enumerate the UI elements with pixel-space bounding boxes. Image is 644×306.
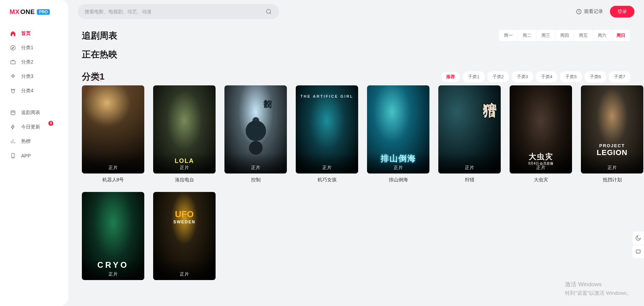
movie-card[interactable]: 大虫灾9月4日 会员首播正片大虫灾 (510, 85, 572, 183)
category-tabs: 推荐子类1子类2子类3子类4子类5子类6子类7 (441, 71, 630, 82)
movie-poster[interactable]: THE ARTIFICE GIRL正片 (296, 85, 358, 173)
movie-poster[interactable]: 狩猎正片 (438, 85, 501, 173)
movie-title: 狩猎 (438, 177, 501, 183)
sidebar: MXONE PRO 首页 分类1 分类2 分类3 分类4 追剧周表 今日更新 热… (0, 0, 68, 306)
poster-overlay-text: THE ARTIFICE GIRL (301, 94, 354, 98)
nav-app[interactable]: APP (5, 149, 63, 163)
nav-label: 首页 (21, 30, 31, 37)
week-tab[interactable]: 周日 (611, 30, 630, 41)
search-icon[interactable] (265, 8, 272, 15)
movie-poster[interactable]: 大虫灾9月4日 会员首播正片 (510, 85, 572, 173)
nav-today-update[interactable]: 今日更新 (5, 120, 63, 134)
week-tab[interactable]: 周六 (592, 30, 611, 41)
poster-tag: 正片 (108, 165, 118, 171)
movie-card[interactable]: THE ARTIFICE GIRL正片机巧女孩 (296, 85, 358, 183)
nav-label: 分类1 (21, 45, 33, 51)
header: 观看记录 登录 (68, 0, 644, 23)
movie-title: 抵挡计划 (581, 177, 643, 183)
section-title-cat1: 分类11 分类1 (82, 71, 104, 83)
dark-mode-button[interactable] (632, 232, 644, 245)
section-title-hot: 正在热映 (82, 48, 117, 60)
search-box[interactable] (78, 4, 279, 19)
poster-overlay-text: PROJECTLEGION (597, 143, 627, 157)
movie-poster[interactable]: PROJECTLEGION正片 (581, 85, 643, 173)
category-tab[interactable]: 推荐 (441, 71, 460, 82)
week-tab[interactable]: 周四 (555, 30, 574, 41)
poster-overlay-text: 排山倒海 (381, 153, 416, 164)
nav-schedule[interactable]: 追剧周表 (5, 106, 63, 120)
movie-title: 机器人8号 (82, 177, 144, 183)
nav-label: 追剧周表 (21, 110, 40, 116)
svg-point-7 (13, 157, 13, 157)
movie-card[interactable]: PROJECTLEGION正片抵挡计划 (581, 85, 643, 183)
category-tab[interactable]: 子类2 (487, 71, 509, 82)
category-tab[interactable]: 子类7 (609, 71, 630, 82)
movie-poster[interactable]: 正片 (82, 85, 144, 173)
nav-label: 热榜 (21, 138, 31, 144)
movie-title: 大虫灾 (510, 177, 572, 183)
poster-overlay-text: UFOSWEDEN (173, 209, 195, 224)
movie-poster[interactable]: 控制正片 (224, 85, 287, 173)
nav-cat4[interactable]: 分类4 (5, 84, 63, 98)
poster-tag: 正片 (180, 271, 189, 277)
movie-card[interactable]: CRYO正片 (82, 192, 144, 283)
login-button[interactable]: 登录 (610, 6, 634, 17)
search-input[interactable] (85, 9, 265, 14)
logo-part2: ONE (20, 8, 35, 15)
week-tab[interactable]: 周五 (574, 30, 592, 41)
poster-overlay-text: 大虫灾 (529, 152, 553, 162)
poster-tag: 正片 (108, 271, 118, 277)
sparkle-icon (10, 73, 16, 80)
poster-tag: 正片 (465, 165, 474, 171)
week-tab[interactable]: 周一 (499, 30, 517, 41)
nav-ranking[interactable]: 热榜 (5, 135, 63, 148)
nav-label: 分类4 (21, 88, 33, 94)
movie-title: 控制 (224, 177, 287, 183)
movie-poster[interactable]: 排山倒海正片 (367, 85, 429, 173)
nav-cat1[interactable]: 分类1 (5, 41, 63, 55)
watch-history[interactable]: 观看记录 (576, 9, 603, 15)
category-tab[interactable]: 子类6 (585, 71, 606, 82)
compass-icon (10, 44, 16, 51)
section-title-schedule: 追剧周表 (82, 30, 117, 42)
nav-label: APP (21, 153, 31, 158)
movie-card[interactable]: 排山倒海正片排山倒海 (367, 85, 429, 183)
category-tab[interactable]: 子类4 (536, 71, 557, 82)
nav-cat2[interactable]: 分类2 (5, 55, 63, 69)
movie-card[interactable]: 控制正片控制 (224, 85, 287, 183)
chart-icon (10, 138, 16, 145)
category-tab[interactable]: 子类1 (463, 71, 484, 82)
poster-tag: 正片 (536, 165, 546, 171)
svg-point-0 (11, 45, 15, 50)
poster-tag: 正片 (322, 165, 332, 171)
movie-card[interactable]: 正片机器人8号 (82, 85, 144, 183)
movie-poster[interactable]: UFOSWEDEN正片 (153, 192, 216, 280)
logo[interactable]: MXONE PRO (0, 8, 68, 24)
feedback-button[interactable] (632, 245, 644, 258)
poster-tag: 正片 (251, 165, 261, 171)
poster-tag: 正片 (180, 165, 189, 171)
svg-rect-1 (11, 61, 15, 64)
nav-home[interactable]: 首页 (5, 27, 63, 40)
title-text: 分类1 (82, 71, 104, 82)
history-label: 观看记录 (584, 9, 603, 15)
week-tab[interactable]: 周二 (517, 30, 536, 41)
bear-icon (10, 87, 16, 94)
movie-card[interactable]: UFOSWEDEN正片 (153, 192, 216, 283)
primary-nav: 首页 分类1 分类2 分类3 分类4 追剧周表 今日更新 热榜 APP (0, 24, 68, 166)
history-icon (576, 9, 582, 15)
week-tab[interactable]: 周三 (536, 30, 555, 41)
movie-title: 机巧女孩 (296, 177, 358, 183)
main-content: 追剧周表 周一周二周三周四周五周六周日 正在热映 分类11 分类1 推荐子类1子… (68, 23, 644, 306)
svg-rect-5 (11, 111, 15, 115)
nav-label: 分类3 (21, 73, 33, 80)
category-tab[interactable]: 子类3 (512, 71, 533, 82)
category-tab[interactable]: 子类5 (560, 71, 582, 82)
movie-card[interactable]: 狩猎正片狩猎 (438, 85, 501, 183)
week-tabs: 周一周二周三周四周五周六周日 (499, 29, 630, 42)
movie-grid: 正片机器人8号LOLA正片洛拉电台控制正片控制THE ARTIFICE GIRL… (82, 85, 630, 283)
movie-poster[interactable]: CRYO正片 (82, 192, 144, 280)
movie-poster[interactable]: LOLA正片 (153, 85, 216, 173)
nav-cat3[interactable]: 分类3 (5, 70, 63, 83)
movie-card[interactable]: LOLA正片洛拉电台 (153, 85, 216, 183)
